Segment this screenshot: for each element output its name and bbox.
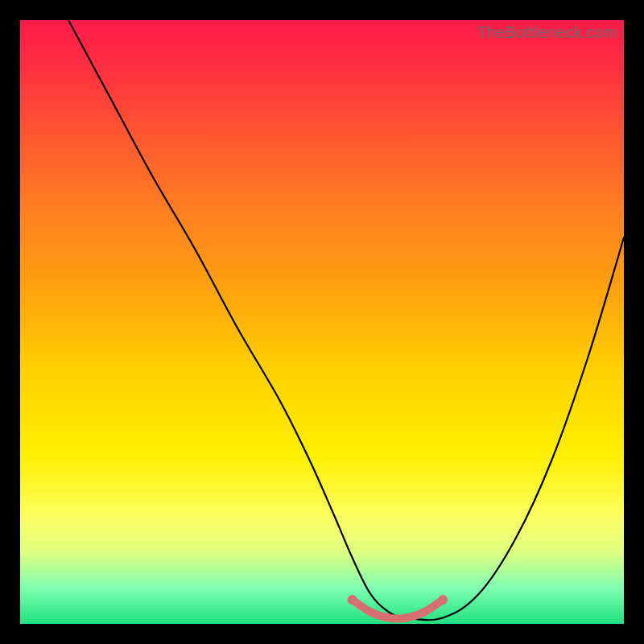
plot-area: TheBottleneck.com xyxy=(20,20,624,624)
optimal-band-path xyxy=(353,600,444,619)
chart-svg xyxy=(20,20,624,624)
bottleneck-curve-path xyxy=(68,20,624,620)
optimal-band-end-dot xyxy=(438,595,448,605)
chart-frame: TheBottleneck.com xyxy=(0,0,644,644)
optimal-band-start-dot xyxy=(348,595,357,605)
